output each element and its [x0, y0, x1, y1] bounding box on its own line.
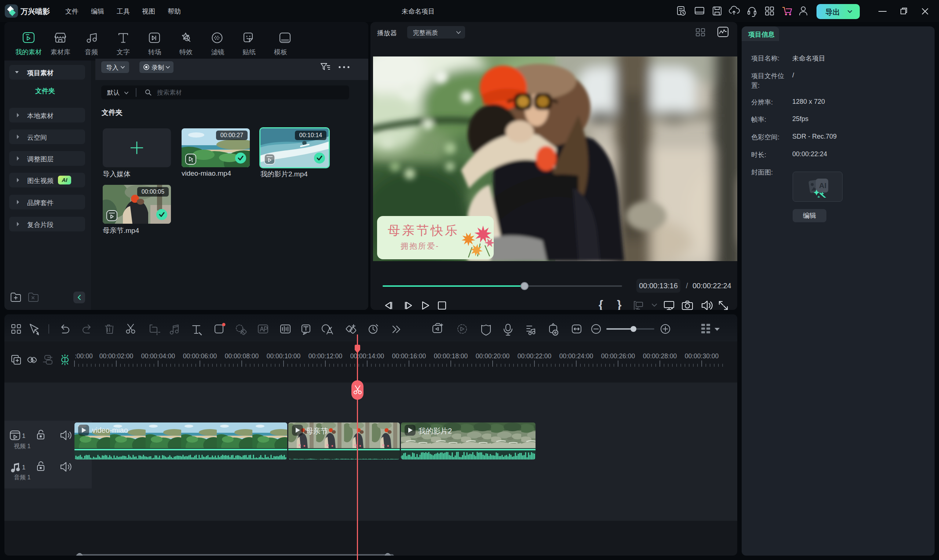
svg-text:00:00:24:00: 00:00:24:00: [559, 352, 593, 360]
svg-text:AI: AI: [819, 182, 827, 189]
svg-text:1: 1: [22, 432, 25, 439]
svg-text:00:00:20:00: 00:00:20:00: [476, 352, 510, 360]
svg-text:00:00:02:00: 00:00:02:00: [99, 352, 134, 360]
svg-text:1: 1: [22, 464, 25, 471]
svg-text:00:00:12:00: 00:00:12:00: [308, 352, 343, 360]
svg-text:00:00:08:00: 00:00:08:00: [225, 352, 259, 360]
svg-text:00:00:26:00: 00:00:26:00: [601, 352, 635, 360]
svg-text:00:00:16:00: 00:00:16:00: [392, 352, 426, 360]
svg-text:00:00:22:00: 00:00:22:00: [517, 352, 552, 360]
svg-text:00:00:30:00: 00:00:30:00: [685, 352, 719, 360]
svg-text:00:00:18:00: 00:00:18:00: [434, 352, 468, 360]
svg-text:00:00:04:00: 00:00:04:00: [141, 352, 175, 360]
svg-text:00:00:28:00: 00:00:28:00: [643, 352, 677, 360]
svg-text:00:00:10:00: 00:00:10:00: [267, 352, 301, 360]
svg-text:00:00:06:00: 00:00:06:00: [183, 352, 217, 360]
